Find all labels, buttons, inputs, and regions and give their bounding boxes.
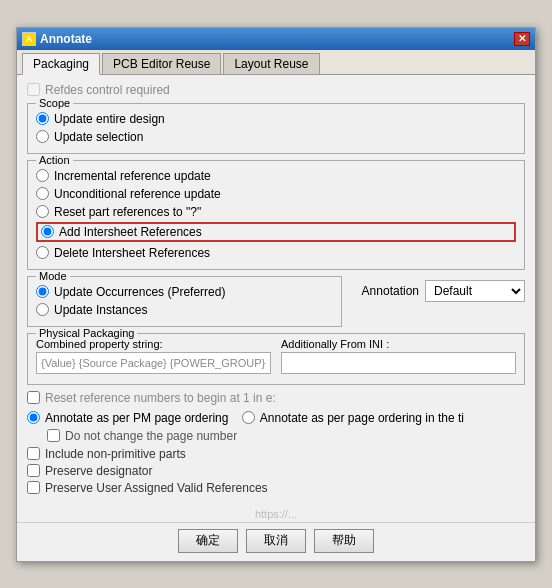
preserve-designator-label: Preserve designator: [45, 464, 152, 478]
refdes-control-label: Refdes control required: [45, 83, 170, 97]
do-not-change-checkbox[interactable]: [47, 429, 60, 442]
tab-packaging[interactable]: Packaging: [22, 53, 100, 75]
annotate-radio-group: Annotate as per PM page ordering Annotat…: [27, 411, 525, 425]
scope-group: Scope Update entire design Update select…: [27, 103, 525, 154]
action-option-1: Unconditional reference update: [36, 187, 516, 201]
mode-label-1: Update Instances: [54, 303, 147, 317]
physical-packaging-group: Physical Packaging Combined property str…: [27, 333, 525, 385]
scope-title: Scope: [36, 97, 73, 109]
preserve-user-label: Preserve User Assigned Valid References: [45, 481, 268, 495]
annotate-page-radio[interactable]: [242, 411, 255, 424]
preserve-user-checkbox[interactable]: [27, 481, 40, 494]
annotation-label: Annotation: [362, 284, 419, 298]
mode-title: Mode: [36, 270, 70, 282]
watermark: https://...: [17, 506, 535, 522]
combined-input[interactable]: [36, 352, 271, 374]
scope-option-0: Update entire design: [36, 112, 516, 126]
preserve-designator-checkbox[interactable]: [27, 464, 40, 477]
action-radio-3[interactable]: [41, 225, 54, 238]
refdes-control-checkbox[interactable]: [27, 83, 40, 96]
include-non-primitive-checkbox[interactable]: [27, 447, 40, 460]
reset-ref-label: Reset reference numbers to begin at 1 in…: [45, 391, 276, 405]
bottom-checkboxes: Include non-primitive parts Preserve des…: [27, 447, 525, 495]
mode-option-1: Update Instances: [36, 303, 333, 317]
tab-layout-reuse[interactable]: Layout Reuse: [223, 53, 319, 74]
action-label-0: Incremental reference update: [54, 169, 211, 183]
annotate-pm-radio[interactable]: [27, 411, 40, 424]
scope-radio-1[interactable]: [36, 130, 49, 143]
annotate-pm-row: Annotate as per PM page ordering Annotat…: [27, 411, 525, 425]
scope-radio-0[interactable]: [36, 112, 49, 125]
preserve-user-row: Preserve User Assigned Valid References: [27, 481, 525, 495]
scope-label-1: Update selection: [54, 130, 143, 144]
action-group: Action Incremental reference update Unco…: [27, 160, 525, 270]
do-not-change-label: Do not change the page number: [65, 429, 237, 443]
scope-option-1: Update selection: [36, 130, 516, 144]
ok-button[interactable]: 确定: [178, 529, 238, 553]
scope-label-0: Update entire design: [54, 112, 165, 126]
annotation-dropdown[interactable]: Default Custom: [425, 280, 525, 302]
action-radio-1[interactable]: [36, 187, 49, 200]
mode-group: Mode Update Occurrences (Preferred) Upda…: [27, 276, 342, 327]
action-option-4: Delete Intersheet References: [36, 246, 516, 260]
action-option-0: Incremental reference update: [36, 169, 516, 183]
help-button[interactable]: 帮助: [314, 529, 374, 553]
annotation-section: Annotation Default Custom: [362, 276, 525, 302]
action-radio-2[interactable]: [36, 205, 49, 218]
action-radio-0[interactable]: [36, 169, 49, 182]
additionally-label: Additionally From INI :: [281, 338, 516, 350]
cancel-button[interactable]: 取消: [246, 529, 306, 553]
window-icon: A: [22, 32, 36, 46]
annotate-pm-label: Annotate as per PM page ordering: [45, 411, 228, 425]
title-bar: A Annotate ✕: [17, 28, 535, 50]
mode-annotation-container: Mode Update Occurrences (Preferred) Upda…: [27, 276, 525, 333]
refdes-control-row: Refdes control required: [27, 83, 525, 97]
preserve-designator-row: Preserve designator: [27, 464, 525, 478]
action-label-3: Add Intersheet References: [59, 225, 202, 239]
mode-option-0: Update Occurrences (Preferred): [36, 285, 333, 299]
annotate-window: A Annotate ✕ Packaging PCB Editor Reuse …: [16, 27, 536, 562]
action-label-4: Delete Intersheet References: [54, 246, 210, 260]
action-option-3-highlighted: Add Intersheet References: [36, 222, 516, 242]
include-non-primitive-label: Include non-primitive parts: [45, 447, 186, 461]
tab-bar: Packaging PCB Editor Reuse Layout Reuse: [17, 50, 535, 75]
action-label-2: Reset part references to "?": [54, 205, 201, 219]
action-radio-4[interactable]: [36, 246, 49, 259]
window-title: Annotate: [40, 32, 92, 46]
action-title: Action: [36, 154, 73, 166]
physical-fields-row: Combined property string: Additionally F…: [36, 338, 516, 374]
include-non-primitive-row: Include non-primitive parts: [27, 447, 525, 461]
combined-label: Combined property string:: [36, 338, 271, 350]
mode-radio-1[interactable]: [36, 303, 49, 316]
physical-packaging-title: Physical Packaging: [36, 327, 137, 339]
close-button[interactable]: ✕: [514, 32, 530, 46]
mode-label-0: Update Occurrences (Preferred): [54, 285, 225, 299]
action-option-2: Reset part references to "?": [36, 205, 516, 219]
mode-radio-0[interactable]: [36, 285, 49, 298]
tab-content: Refdes control required Scope Update ent…: [17, 75, 535, 506]
reset-ref-row: Reset reference numbers to begin at 1 in…: [27, 391, 525, 405]
button-bar: 确定 取消 帮助: [17, 522, 535, 561]
do-not-change-row: Do not change the page number: [47, 429, 525, 443]
reset-ref-checkbox[interactable]: [27, 391, 40, 404]
additionally-field-group: Additionally From INI :: [281, 338, 516, 374]
tab-pcb-editor-reuse[interactable]: PCB Editor Reuse: [102, 53, 221, 74]
combined-field-group: Combined property string:: [36, 338, 271, 374]
additionally-input[interactable]: [281, 352, 516, 374]
annotate-page-label: Annotate as per page ordering in the ti: [260, 411, 464, 425]
action-label-1: Unconditional reference update: [54, 187, 221, 201]
